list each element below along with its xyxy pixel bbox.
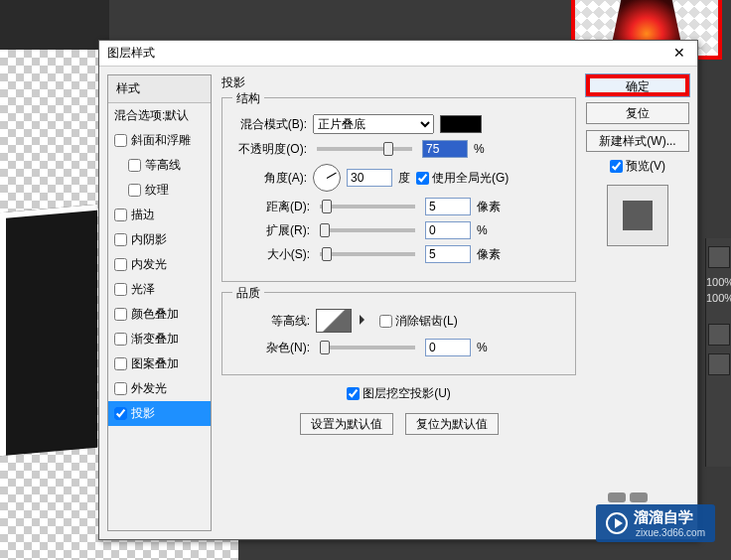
noise-input[interactable] [425, 339, 471, 356]
antialias-checkbox[interactable]: 消除锯齿(L) [379, 313, 458, 330]
panel-title: 投影 [221, 74, 576, 91]
dialog-actions: 确定 复位 新建样式(W)... 预览(V) [586, 67, 697, 539]
styles-list: 样式 混合选项:默认 斜面和浮雕 等高线 纹理 描边 内阴影 内发光 光泽 颜色… [107, 74, 212, 531]
style-bevel-check[interactable] [114, 134, 127, 147]
style-pattern-overlay[interactable]: 图案叠加 [108, 351, 211, 376]
angle-label: 角度(A): [232, 170, 307, 187]
size-input[interactable] [425, 245, 471, 263]
make-default-button[interactable]: 设置为默认值 [300, 413, 393, 435]
decoration-bars [608, 492, 648, 502]
shadow-settings: 投影 结构 混合模式(B): 正片叠底 不透明度(O): % [212, 67, 586, 539]
distance-slider[interactable] [320, 205, 415, 209]
style-color-overlay-check[interactable] [114, 308, 127, 321]
style-inner-shadow-check[interactable] [114, 233, 127, 246]
spread-input[interactable] [425, 221, 471, 239]
blend-options-row[interactable]: 混合选项:默认 [108, 103, 211, 128]
blend-mode-label: 混合模式(B): [232, 116, 307, 133]
side-panel: 100% 100% [705, 238, 731, 467]
lock-icon[interactable] [708, 246, 730, 268]
angle-input[interactable] [347, 169, 392, 187]
opacity-input[interactable] [422, 140, 468, 158]
style-satin[interactable]: 光泽 [108, 277, 211, 302]
preview-box [607, 185, 668, 246]
style-contour-check[interactable] [128, 159, 141, 172]
noise-label: 杂色(N): [232, 340, 310, 356]
style-gradient-overlay[interactable]: 渐变叠加 [108, 327, 211, 351]
blend-mode-select[interactable]: 正片叠底 [313, 114, 434, 134]
cancel-button[interactable]: 复位 [586, 102, 689, 124]
opacity-label: 不透明度(O): [232, 141, 307, 158]
styles-header[interactable]: 样式 [108, 75, 211, 103]
dialog-title: 图层样式 [107, 45, 669, 62]
preview-checkbox[interactable]: 预览(V) [610, 158, 665, 175]
style-stroke[interactable]: 描边 [108, 203, 211, 227]
global-light-checkbox[interactable]: 使用全局光(G) [416, 170, 509, 187]
style-satin-check[interactable] [114, 283, 127, 296]
style-color-overlay[interactable]: 颜色叠加 [108, 302, 211, 327]
style-outer-glow-check[interactable] [114, 382, 127, 395]
layer-style-dialog: 图层样式 ✕ 样式 混合选项:默认 斜面和浮雕 等高线 纹理 描边 内阴影 内发… [98, 40, 698, 540]
chevron-down-icon[interactable] [360, 315, 365, 325]
style-inner-glow[interactable]: 内发光 [108, 252, 211, 277]
quality-fieldset: 品质 等高线: 消除锯齿(L) 杂色(N): % [221, 292, 576, 375]
style-contour[interactable]: 等高线 [108, 153, 211, 178]
spread-label: 扩展(R): [232, 222, 310, 239]
distance-input[interactable] [425, 198, 471, 215]
play-icon [606, 512, 628, 534]
shadow-color-swatch[interactable] [440, 115, 482, 133]
reset-default-button[interactable]: 复位为默认值 [405, 413, 499, 435]
watermark: 溜溜自学 zixue.3d66.com [596, 504, 715, 542]
style-inner-shadow[interactable]: 内阴影 [108, 227, 211, 252]
style-texture-check[interactable] [128, 184, 141, 197]
titlebar[interactable]: 图层样式 ✕ [99, 41, 697, 67]
close-icon[interactable]: ✕ [669, 44, 689, 64]
style-outer-glow[interactable]: 外发光 [108, 376, 211, 401]
style-drop-shadow[interactable]: 投影 [108, 401, 211, 426]
knockout-checkbox[interactable]: 图层挖空投影(U) [347, 385, 451, 402]
distance-label: 距离(D): [232, 199, 310, 215]
opacity-slider[interactable] [317, 147, 412, 151]
style-texture[interactable]: 纹理 [108, 178, 211, 203]
eye-icon[interactable] [708, 353, 730, 375]
size-label: 大小(S): [232, 246, 310, 263]
style-inner-glow-check[interactable] [114, 258, 127, 271]
style-drop-shadow-check[interactable] [114, 407, 127, 420]
noise-slider[interactable] [320, 346, 415, 350]
angle-dial[interactable] [313, 164, 341, 192]
ok-button[interactable]: 确定 [586, 74, 689, 96]
fx-icon[interactable] [708, 324, 730, 346]
style-pattern-overlay-check[interactable] [114, 357, 127, 370]
style-stroke-check[interactable] [114, 209, 127, 221]
style-gradient-overlay-check[interactable] [114, 333, 127, 346]
contour-picker[interactable] [316, 309, 352, 333]
size-slider[interactable] [320, 252, 415, 256]
style-bevel[interactable]: 斜面和浮雕 [108, 128, 211, 153]
new-style-button[interactable]: 新建样式(W)... [586, 130, 689, 152]
spread-slider[interactable] [320, 228, 415, 232]
contour-label: 等高线: [232, 313, 310, 330]
structure-fieldset: 结构 混合模式(B): 正片叠底 不透明度(O): % 角度(A): [221, 97, 576, 282]
